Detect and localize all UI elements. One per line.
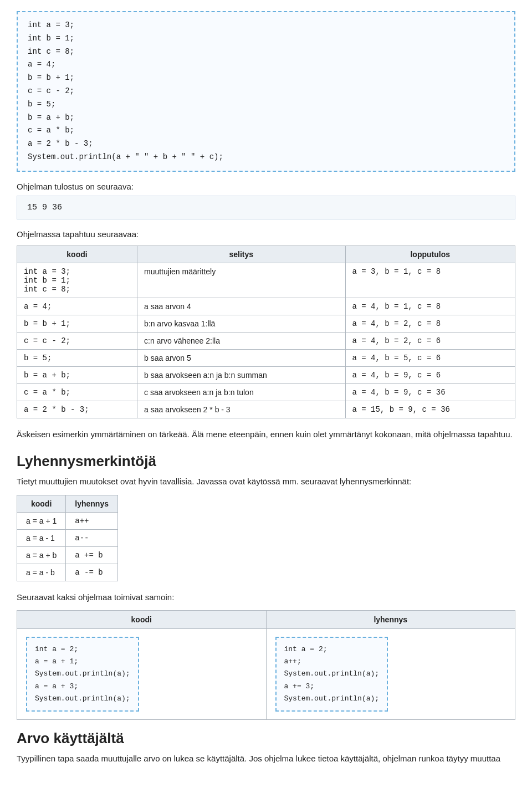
code-line: int a = 3; — [28, 21, 74, 29]
col-header-code: koodi — [17, 245, 137, 263]
section2-para2: Seuraavat kaksi ohjelmaa toimivat samoin… — [17, 591, 515, 604]
table-cell-result: a = 4, b = 5, c = 6 — [345, 349, 515, 366]
table-cell-result: a = 4, b = 2, c = 8 — [345, 315, 515, 332]
table-cell-code: c = c - 2; — [17, 332, 137, 349]
table-cell-result: a = 15, b = 9, c = 36 — [345, 401, 515, 418]
code-block-1: int a = 3; int b = 1; int c = 8; a = 4; … — [17, 11, 515, 172]
table-row: a = a + ba += b — [17, 546, 118, 564]
table-cell-desc: b saa arvokseen a:n ja b:n summan — [137, 366, 346, 383]
code-line: System.out.println(a + " " + b + " " + c… — [28, 152, 223, 161]
code-line: a = 2 * b - 3; — [28, 139, 93, 148]
table-cell-code: c = a * b; — [17, 383, 137, 401]
note-text: Äskeisen esimerkin ymmärtäminen on tärke… — [17, 428, 515, 441]
table-row: b = b + 1;b:n arvo kasvaa 1:lläa = 4, b … — [17, 315, 515, 332]
short-cell-lyhennys: a -= b — [66, 564, 118, 581]
code-line: a = 4; — [28, 60, 55, 69]
table-row: b = 5;b saa arvon 5a = 4, b = 5, c = 6 — [17, 349, 515, 366]
output-label: Ohjelman tulostus on seuraava: — [17, 182, 515, 191]
table-cell-code: b = a + b; — [17, 366, 137, 383]
short-col-lyhennys: lyhennys — [66, 495, 118, 512]
code-line: int c = 8; — [28, 47, 74, 56]
table-row: a = 4;a saa arvon 4a = 4, b = 1, c = 8 — [17, 298, 515, 315]
table-cell-code: b = 5; — [17, 349, 137, 366]
two-col-header-lyhennys: lyhennys — [266, 611, 515, 629]
inner-code-right: int a = 2; a++; System.out.println(a); a… — [275, 637, 388, 711]
table-cell-result: a = 4, b = 9, c = 6 — [345, 366, 515, 383]
section3-title: Arvo käyttäjältä — [17, 730, 515, 747]
table-cell-result: a = 4, b = 9, c = 36 — [345, 383, 515, 401]
short-cell-code: a = a - b — [17, 564, 66, 581]
table-row: int a = 3; int b = 1; int c = 8;muuttuji… — [17, 263, 515, 298]
section3-para: Tyypillinen tapa saada muuttujalle arvo … — [17, 753, 515, 765]
table-cell-desc: c:n arvo vähenee 2:lla — [137, 332, 346, 349]
table-cell-desc: muuttujien määrittely — [137, 263, 346, 298]
short-cell-code: a = a + b — [17, 546, 66, 564]
col-header-result: lopputulos — [345, 245, 515, 263]
table-row: a = a - 1a-- — [17, 529, 118, 546]
section-label: Ohjelmassa tapahtuu seuraavaa: — [17, 229, 515, 239]
short-cell-code: a = a + 1 — [17, 512, 66, 529]
table-row: b = a + b;b saa arvokseen a:n ja b:n sum… — [17, 366, 515, 383]
two-col-header-code: koodi — [17, 611, 267, 629]
short-cell-code: a = a - 1 — [17, 529, 66, 546]
table-row: c = a * b;c saa arvokseen a:n ja b:n tul… — [17, 383, 515, 401]
code-line: c = c - 2; — [28, 86, 74, 95]
code-line: b = b + 1; — [28, 73, 74, 82]
two-col-lyhennys-cell: int a = 2; a++; System.out.println(a); a… — [266, 629, 515, 719]
section2-para1: Tietyt muuttujien muutokset ovat hyvin t… — [17, 475, 515, 488]
two-col-table: koodi lyhennys int a = 2; a = a + 1; Sys… — [17, 610, 515, 719]
code-line: c = a * b; — [28, 126, 74, 135]
table-cell-desc: a saa arvokseen 2 * b - 3 — [137, 401, 346, 418]
short-table: koodi lyhennys a = a + 1a++a = a - 1a--a… — [17, 495, 118, 581]
table-row: a = a + 1a++ — [17, 512, 118, 529]
col-header-desc: selitys — [137, 245, 346, 263]
section2-title: Lyhennysmerkintöjä — [17, 453, 515, 470]
table-row: a = a - ba -= b — [17, 564, 118, 581]
table-cell-code: int a = 3; int b = 1; int c = 8; — [17, 263, 137, 298]
table-cell-desc: a saa arvon 4 — [137, 298, 346, 315]
inner-code-left: int a = 2; a = a + 1; System.out.println… — [26, 637, 139, 711]
table-row: c = c - 2;c:n arvo vähenee 2:llaa = 4, b… — [17, 332, 515, 349]
table-cell-result: a = 4, b = 2, c = 6 — [345, 332, 515, 349]
short-col-code: koodi — [17, 495, 66, 512]
table-cell-desc: c saa arvokseen a:n ja b:n tulon — [137, 383, 346, 401]
output-block: 15 9 36 — [17, 196, 515, 219]
short-cell-lyhennys: a-- — [66, 529, 118, 546]
code-line: int b = 1; — [28, 34, 74, 43]
short-cell-lyhennys: a += b — [66, 546, 118, 564]
main-table: koodi selitys lopputulos int a = 3; int … — [17, 245, 515, 418]
table-cell-code: a = 4; — [17, 298, 137, 315]
table-row: a = 2 * b - 3;a saa arvokseen 2 * b - 3a… — [17, 401, 515, 418]
code-line: b = 5; — [28, 100, 55, 109]
table-cell-desc: b:n arvo kasvaa 1:llä — [137, 315, 346, 332]
short-cell-lyhennys: a++ — [66, 512, 118, 529]
code-line: b = a + b; — [28, 113, 74, 122]
output-value: 15 9 36 — [27, 203, 62, 212]
table-cell-desc: b saa arvon 5 — [137, 349, 346, 366]
two-col-code-cell: int a = 2; a = a + 1; System.out.println… — [17, 629, 267, 719]
table-cell-result: a = 4, b = 1, c = 8 — [345, 298, 515, 315]
table-cell-code: b = b + 1; — [17, 315, 137, 332]
table-cell-code: a = 2 * b - 3; — [17, 401, 137, 418]
two-col-row: int a = 2; a = a + 1; System.out.println… — [17, 629, 515, 719]
table-cell-result: a = 3, b = 1, c = 8 — [345, 263, 515, 298]
